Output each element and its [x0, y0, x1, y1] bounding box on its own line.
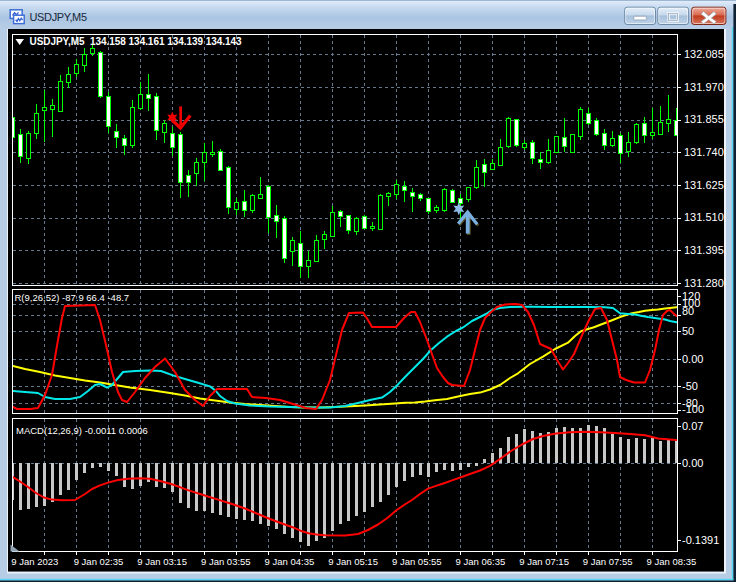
svg-text:9 Jan 07:15: 9 Jan 07:15	[519, 556, 569, 567]
svg-text:9 Jan 06:35: 9 Jan 06:35	[456, 556, 506, 567]
svg-text:9 Jan 05:55: 9 Jan 05:55	[392, 556, 442, 567]
svg-text:-50: -50	[682, 380, 698, 392]
svg-text:9 Jan 02:35: 9 Jan 02:35	[74, 556, 124, 567]
svg-text:9 Jan 03:15: 9 Jan 03:15	[137, 556, 187, 567]
svg-text:131.510: 131.510	[684, 211, 724, 223]
svg-text:131.855: 131.855	[684, 113, 724, 125]
svg-text:9 Jan 04:35: 9 Jan 04:35	[265, 556, 315, 567]
svg-text:9 Jan 05:15: 9 Jan 05:15	[328, 556, 378, 567]
svg-text:MACD(12,26,9) -0.0011 0.0006: MACD(12,26,9) -0.0011 0.0006	[16, 425, 148, 436]
svg-text:-100: -100	[682, 403, 704, 415]
svg-text:131.395: 131.395	[684, 244, 724, 256]
svg-text:131.970: 131.970	[684, 81, 724, 93]
svg-text:131.280: 131.280	[684, 277, 724, 289]
svg-text:USDJPY,M5: USDJPY,M5	[30, 11, 87, 23]
svg-text:132.085: 132.085	[684, 48, 724, 60]
svg-text:80: 80	[682, 305, 694, 317]
svg-text:R(9,26,52) -87.9 66.4 -48.7: R(9,26,52) -87.9 66.4 -48.7	[15, 292, 130, 303]
svg-text:131.625: 131.625	[684, 179, 724, 191]
svg-text:50: 50	[682, 325, 694, 337]
svg-text:9 Jan 03:55: 9 Jan 03:55	[201, 556, 251, 567]
svg-text:0.07: 0.07	[682, 420, 703, 432]
svg-text:131.740: 131.740	[684, 146, 724, 158]
svg-text:USDJPY,M5 134.158 134.161 134: USDJPY,M5 134.158 134.161 134.139 134.14…	[30, 36, 242, 47]
svg-text:9 Jan 08:35: 9 Jan 08:35	[647, 556, 697, 567]
svg-text:9 Jan 2023: 9 Jan 2023	[11, 556, 58, 567]
svg-text:9 Jan 07:55: 9 Jan 07:55	[583, 556, 633, 567]
svg-text:0.00: 0.00	[682, 457, 703, 469]
svg-text:-0.1391: -0.1391	[682, 534, 719, 546]
svg-text:0.00: 0.00	[682, 353, 703, 365]
